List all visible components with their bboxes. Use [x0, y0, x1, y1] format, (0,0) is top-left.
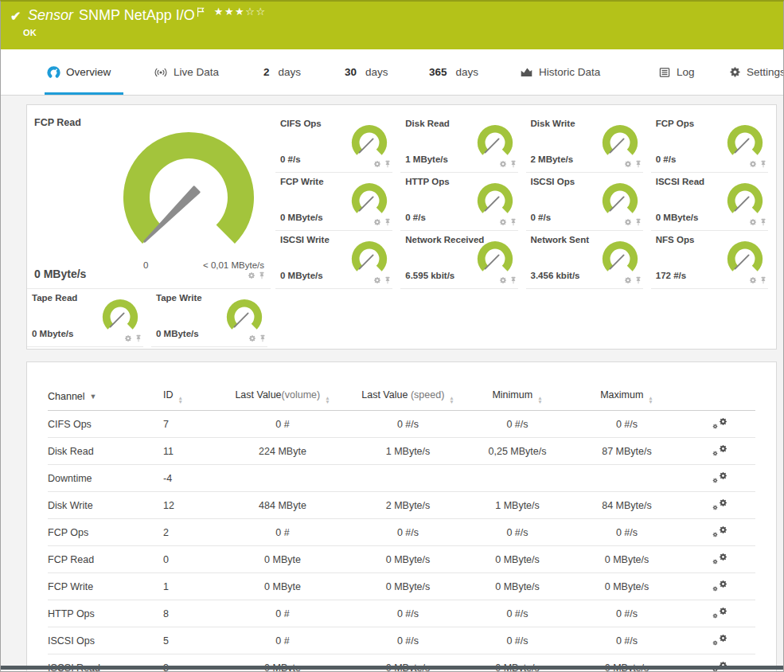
cell-id: 7: [163, 411, 215, 438]
gear-icon[interactable]: [749, 218, 757, 226]
gear-icon[interactable]: [624, 276, 632, 284]
tab-2-days[interactable]: 2 days: [263, 49, 301, 95]
tab-overview[interactable]: Overview: [47, 49, 111, 95]
cell-last-value-speed: 0 #/s: [350, 411, 466, 438]
primary-gauge-cell: FCP Read 0 < 0,01 MByte/s 0 MByte/s: [27, 115, 275, 289]
gauge-cell: Disk Read 1 MByte/s: [400, 115, 525, 173]
cell-maximum: 0 MByte/s: [569, 573, 685, 600]
cell-last-value-speed: 0 MByte/s: [350, 546, 466, 573]
gear-icon[interactable]: [124, 334, 132, 342]
pin-icon[interactable]: [509, 276, 517, 284]
gear-icon[interactable]: [624, 218, 632, 226]
pin-icon[interactable]: [384, 160, 392, 168]
gear-icon[interactable]: [373, 218, 381, 226]
gauge-value: 0 #/s: [405, 213, 426, 222]
col-header-maximum[interactable]: Maximum▲▼: [569, 385, 685, 411]
channel-settings-icon[interactable]: [712, 444, 727, 456]
gauge-value: 0 MByte/s: [656, 213, 699, 222]
tab-live-data[interactable]: Live Data: [154, 49, 219, 95]
pin-icon[interactable]: [634, 218, 642, 226]
channel-settings-icon[interactable]: [712, 498, 727, 510]
pin-icon[interactable]: [634, 276, 642, 284]
gear-icon[interactable]: [373, 160, 381, 168]
pin-icon[interactable]: [759, 276, 767, 284]
cell-minimum: 1 MByte/s: [466, 492, 569, 519]
table-row[interactable]: Downtime -4: [48, 465, 755, 492]
gauge-dial: [349, 124, 390, 162]
gear-icon[interactable]: [248, 272, 255, 279]
gauge-value: 2 MByte/s: [531, 154, 574, 164]
col-label: ID: [163, 389, 174, 400]
pin-icon[interactable]: [384, 218, 392, 226]
table-row[interactable]: FCP Read 0 0 MByte 0 MByte/s 0 MByte/s 0…: [48, 546, 755, 573]
channel-settings-icon[interactable]: [712, 580, 727, 592]
cell-last-value-volume: 0 #: [215, 519, 350, 546]
pin-icon[interactable]: [384, 276, 392, 284]
table-row[interactable]: ISCSI Ops 5 0 # 0 #/s 0 #/s 0 #/s: [48, 627, 755, 654]
gear-icon[interactable]: [499, 218, 507, 226]
cell-maximum: 0 #/s: [569, 600, 685, 627]
gauge-title: Disk Write: [531, 119, 575, 128]
channel-settings-icon[interactable]: [712, 553, 727, 565]
gear-icon[interactable]: [624, 160, 632, 168]
table-row[interactable]: CIFS Ops 7 0 # 0 #/s 0 #/s 0 #/s: [48, 411, 755, 438]
pin-icon[interactable]: [258, 272, 266, 279]
tab-log[interactable]: Log: [658, 49, 695, 95]
sort-icon: ▲▼: [325, 396, 330, 404]
cell-last-value-speed: 0 #/s: [350, 627, 466, 654]
gauge-value: 3.456 kbit/s: [531, 271, 580, 280]
tab-label: 2: [263, 66, 270, 78]
tab-settings[interactable]: Settings: [729, 49, 784, 95]
gauge-title: Network Sent: [531, 235, 590, 244]
tab-historic-data[interactable]: Historic Data: [520, 49, 600, 95]
table-row[interactable]: HTTP Ops 8 0 # 0 #/s 0 #/s 0 #/s: [48, 600, 755, 627]
cell-id: 1: [163, 573, 215, 600]
gear-icon[interactable]: [749, 160, 757, 168]
flag-icon[interactable]: [197, 7, 205, 18]
pin-icon[interactable]: [509, 160, 517, 168]
col-header-minimum[interactable]: Minimum▲▼: [466, 385, 569, 411]
channel-settings-icon[interactable]: [712, 607, 727, 619]
pin-icon[interactable]: [509, 218, 517, 226]
cell-minimum: 0 MByte/s: [466, 546, 569, 573]
col-header-id[interactable]: ID▲▼: [163, 385, 215, 411]
col-header-channel[interactable]: Channel▼: [48, 385, 163, 411]
divider: [400, 288, 517, 289]
tab-365-days[interactable]: 365 days: [429, 49, 478, 95]
gauge-dial: [474, 124, 516, 162]
pin-icon[interactable]: [634, 160, 642, 168]
pin-icon[interactable]: [135, 334, 142, 342]
table-row[interactable]: Disk Write 12 484 MByte 2 MByte/s 1 MByt…: [48, 492, 755, 519]
cell-last-value-volume: 0 MByte: [215, 573, 350, 600]
col-label: Maximum: [600, 389, 643, 400]
live-signal-icon: [154, 65, 168, 80]
channel-settings-icon[interactable]: [712, 525, 727, 537]
col-header-last-value-volume[interactable]: Last Value(volume)▲▼: [215, 385, 350, 411]
table-header-row: Channel▼ ID▲▼ Last Value(volume)▲▼ Last …: [48, 385, 755, 411]
sort-desc-icon: ▼: [90, 393, 97, 400]
pin-icon[interactable]: [759, 218, 767, 226]
priority-stars[interactable]: ★★★☆☆: [214, 6, 267, 18]
gear-icon[interactable]: [499, 160, 507, 168]
gauge-cell: HTTP Ops 0 #/s: [400, 173, 525, 231]
cell-last-value-volume: 224 MByte: [215, 438, 350, 465]
cell-channel: FCP Read: [48, 546, 163, 573]
gear-icon[interactable]: [373, 276, 381, 284]
channel-settings-icon[interactable]: [712, 634, 727, 646]
tab-30-days[interactable]: 30 days: [345, 49, 388, 95]
overview-content: FCP Read 0 < 0,01 MByte/s 0 MByte/s: [1, 97, 783, 671]
col-header-last-value-speed[interactable]: Last Value (speed)▲▼: [350, 385, 466, 411]
gear-icon[interactable]: [749, 276, 757, 284]
gauge-value: 0 MByte/s: [280, 213, 323, 222]
sensor-header: ✔ SensorSNMP NetApp I/O ★★★☆☆ OK: [1, 2, 783, 49]
page-title: SensorSNMP NetApp I/O ★★★☆☆: [28, 7, 267, 24]
pin-icon[interactable]: [759, 160, 767, 168]
table-row[interactable]: FCP Ops 2 0 # 0 #/s 0 #/s 0 #/s: [48, 519, 755, 546]
table-row[interactable]: Disk Read 11 224 MByte 1 MByte/s 0,25 MB…: [48, 438, 755, 465]
channel-settings-icon[interactable]: [712, 417, 727, 429]
table-row[interactable]: FCP Write 1 0 MByte 0 MByte/s 0 MByte/s …: [48, 573, 755, 600]
gear-icon[interactable]: [499, 276, 507, 284]
channel-settings-icon[interactable]: [712, 471, 727, 483]
pin-icon[interactable]: [259, 334, 267, 342]
gear-icon[interactable]: [248, 334, 256, 342]
